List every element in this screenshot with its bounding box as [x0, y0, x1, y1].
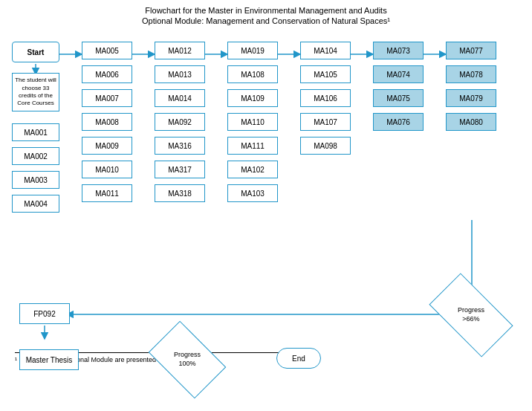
ma079: MA079	[446, 89, 496, 107]
ma010: MA010	[82, 161, 132, 178]
ma104: MA104	[300, 42, 351, 59]
page: Flowchart for the Master in Environmenta…	[0, 0, 532, 411]
ma005: MA005	[82, 42, 132, 59]
ma075: MA075	[373, 89, 424, 107]
ma102: MA102	[227, 161, 278, 178]
ma013: MA013	[155, 65, 205, 83]
ma006: MA006	[82, 65, 132, 83]
progress66-diamond: Progress>66%	[434, 293, 508, 337]
ma077: MA077	[446, 42, 496, 59]
ma111: MA111	[227, 137, 278, 155]
ma019: MA019	[227, 42, 278, 59]
title-area: Flowchart for the Master in Environmenta…	[7, 6, 525, 25]
ma078: MA078	[446, 65, 496, 83]
ma007: MA007	[82, 89, 132, 107]
ma318: MA318	[155, 184, 205, 202]
ma110: MA110	[227, 113, 278, 131]
end-box: End	[276, 348, 321, 369]
ma073: MA073	[373, 42, 424, 59]
ma014: MA014	[155, 89, 205, 107]
ma108: MA108	[227, 65, 278, 83]
ma080: MA080	[446, 113, 496, 131]
ma076: MA076	[373, 113, 424, 131]
title-main: Flowchart for the Master in Environmenta…	[7, 6, 525, 15]
ma106: MA106	[300, 89, 351, 107]
ma103: MA103	[227, 184, 278, 202]
ma109: MA109	[227, 89, 278, 107]
ma008: MA008	[82, 113, 132, 131]
ma092: MA092	[155, 113, 205, 131]
ma317: MA317	[155, 161, 205, 178]
title-sub: Optional Module: Management and Conserva…	[7, 16, 525, 25]
desc-box: The student will choose 33 credits of th…	[12, 73, 59, 111]
ma107: MA107	[300, 113, 351, 131]
ma074: MA074	[373, 65, 424, 83]
ma001: MA001	[12, 123, 59, 141]
master-thesis-box: Master Thesis	[19, 349, 79, 370]
flowchart-area: Start The student will choose 33 credits…	[7, 28, 525, 348]
ma011: MA011	[82, 184, 132, 202]
ma316: MA316	[155, 137, 205, 155]
ma098: MA098	[300, 137, 351, 155]
start-box: Start	[12, 42, 59, 62]
ma105: MA105	[300, 65, 351, 83]
ma003: MA003	[12, 171, 59, 189]
ma004: MA004	[12, 195, 59, 213]
progress100-diamond: Progress100%	[155, 337, 220, 382]
ma009: MA009	[82, 137, 132, 155]
ma012: MA012	[155, 42, 205, 59]
ma002: MA002	[12, 147, 59, 165]
fp092-box: FP092	[19, 303, 70, 324]
